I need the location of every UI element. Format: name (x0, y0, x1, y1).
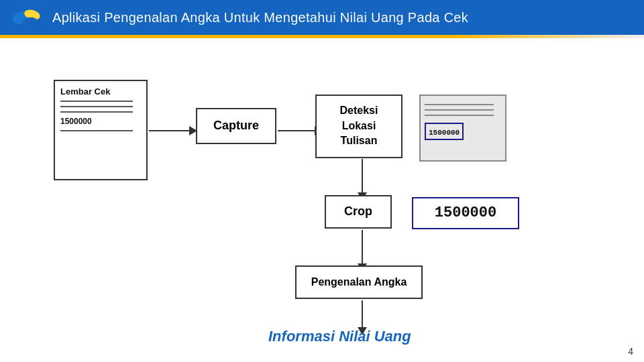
line-3 (60, 111, 133, 113)
capture-label: Capture (213, 119, 259, 133)
pengenalan-label: Pengenalan Angka (311, 276, 407, 288)
cropped-value: 1500000 (435, 204, 496, 221)
highlighted-value: 1500000 (429, 129, 460, 137)
pengenalan-angka-box: Pengenalan Angka (295, 265, 423, 299)
highlighted-value-box: 1500000 (425, 123, 464, 140)
crop-box: Crop (325, 195, 392, 229)
header: Aplikasi Pengenalan Angka Untuk Mengetah… (0, 0, 644, 35)
diagram-container: Lembar Cek 1500000 Capture Deteksi Lokas… (47, 60, 597, 341)
lembar-cek-value: 1500000 (60, 117, 141, 126)
line-4 (60, 130, 133, 131)
line-2 (60, 106, 133, 107)
crop-label: Crop (344, 204, 372, 219)
arrow-line (278, 130, 315, 131)
header-title: Aplikasi Pengenalan Angka Untuk Mengetah… (52, 10, 468, 25)
arrow-lembar-to-capture (149, 126, 197, 135)
deteksi-box: Deteksi Lokasi Tulisan (315, 95, 402, 158)
check-preview-box: 1500000 (419, 95, 506, 162)
lembar-cek-box: Lembar Cek 1500000 (54, 80, 148, 180)
cropped-number-box: 1500000 (412, 197, 519, 229)
arrow-line-v-2 (362, 230, 363, 263)
preview-line-2 (425, 109, 494, 111)
logo-icon (11, 5, 43, 29)
arrow-deteksi-to-crop (358, 159, 367, 200)
arrow-line-v-3 (362, 300, 363, 327)
arrow-line-v (362, 159, 363, 192)
arrow-line (149, 130, 189, 131)
info-label: Informasi Nilai Uang (268, 328, 411, 345)
preview-line-1 (425, 104, 494, 105)
lembar-cek-label: Lembar Cek (60, 86, 141, 97)
main-content: Lembar Cek 1500000 Capture Deteksi Lokas… (0, 38, 644, 362)
line-1 (60, 101, 133, 102)
page-number: 4 (628, 346, 633, 357)
capture-box: Capture (196, 108, 276, 144)
deteksi-label: Deteksi Lokasi Tulisan (340, 103, 378, 148)
preview-line-3 (425, 115, 494, 116)
informasi-nilai-uang-label: Informasi Nilai Uang (268, 328, 411, 345)
